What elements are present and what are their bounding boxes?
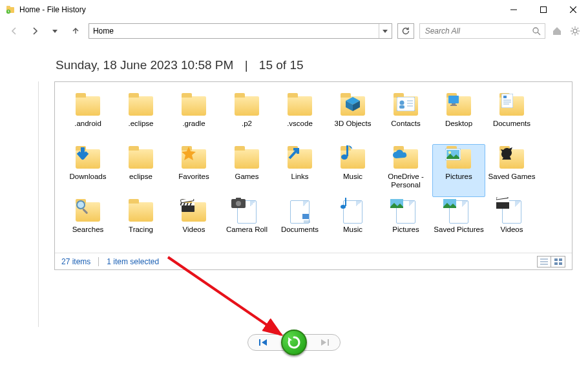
search-box[interactable]	[419, 23, 546, 39]
file-item[interactable]: Documents	[273, 197, 326, 250]
folder-icon	[180, 147, 207, 171]
svg-rect-31	[503, 96, 507, 98]
item-label: Favorites	[178, 173, 209, 181]
item-label: 3D Objects	[335, 120, 372, 128]
recent-locations-button[interactable]	[47, 23, 63, 39]
item-label: Music	[343, 173, 362, 181]
folder-item[interactable]: Downloads	[61, 144, 114, 197]
svg-point-40	[77, 201, 85, 209]
item-label: Videos	[183, 225, 205, 234]
folder-item[interactable]: Desktop	[432, 91, 485, 144]
details-view-button[interactable]	[537, 256, 551, 267]
folder-item[interactable]: Links	[273, 144, 326, 197]
folder-item[interactable]: Contacts	[379, 91, 432, 144]
forward-button[interactable]	[27, 23, 43, 39]
folder-item[interactable]: Documents	[485, 91, 538, 144]
close-button[interactable]	[558, 0, 588, 19]
skip-back-icon	[258, 338, 268, 347]
folder-icon	[127, 94, 154, 118]
folder-item[interactable]: Tracing	[114, 197, 167, 250]
folder-icon	[286, 94, 313, 118]
svg-rect-60	[496, 200, 509, 202]
folder-item[interactable]: .android	[61, 91, 114, 144]
file-icon	[233, 200, 260, 224]
file-icon	[392, 200, 419, 224]
folder-icon	[74, 147, 101, 171]
folder-item[interactable]: Favorites	[167, 144, 220, 197]
svg-rect-21	[397, 97, 415, 111]
item-label: Documents	[281, 225, 319, 234]
minimize-button[interactable]	[499, 0, 529, 19]
folder-icon	[392, 94, 419, 118]
maximize-button[interactable]	[529, 0, 558, 19]
folder-icon	[286, 147, 313, 171]
icons-view-button[interactable]	[551, 256, 565, 267]
refresh-button[interactable]	[397, 23, 414, 39]
folder-icon	[180, 94, 207, 118]
folder-item[interactable]: Saved Games	[485, 144, 538, 197]
file-item[interactable]: Pictures	[379, 197, 432, 250]
next-version-button[interactable]	[303, 334, 341, 351]
item-label: Pictures	[445, 173, 472, 181]
svg-rect-56	[345, 198, 346, 206]
svg-rect-67	[554, 262, 558, 265]
file-icon	[498, 200, 525, 224]
folder-item[interactable]: .vscode	[273, 91, 326, 144]
item-label: OneDrive - Personal	[380, 173, 432, 189]
folder-item[interactable]: .eclipse	[114, 91, 167, 144]
previous-version-button[interactable]	[247, 334, 285, 351]
folder-icon	[339, 147, 366, 171]
item-label: Videos	[501, 225, 523, 234]
svg-rect-29	[450, 105, 457, 106]
item-label: Contacts	[391, 120, 420, 128]
address-bar[interactable]	[89, 23, 392, 39]
restore-button[interactable]	[281, 330, 307, 355]
chevron-down-icon	[52, 30, 58, 33]
item-label: eclipse	[129, 173, 152, 181]
file-icon	[339, 200, 366, 224]
gear-icon[interactable]	[569, 25, 582, 37]
item-label: Camera Roll	[226, 225, 268, 234]
svg-rect-4	[541, 6, 547, 12]
items-grid: .android.eclipse.gradle.p2.vscode3D Obje…	[55, 82, 572, 269]
folder-item[interactable]: eclipse	[114, 144, 167, 197]
up-button[interactable]	[68, 23, 83, 39]
folder-item[interactable]: .p2	[220, 91, 273, 144]
window-title: Home - File History	[19, 5, 499, 14]
item-label: Links	[291, 173, 309, 181]
svg-line-17	[578, 28, 578, 28]
folder-item[interactable]: Searches	[61, 197, 114, 250]
svg-point-7	[533, 28, 538, 33]
folder-item[interactable]: Games	[220, 144, 273, 197]
svg-line-14	[572, 28, 572, 28]
folder-item[interactable]: Videos	[167, 197, 220, 250]
folder-item[interactable]: 3D Objects	[326, 91, 379, 144]
folder-icon	[127, 147, 154, 171]
file-icon	[286, 200, 313, 224]
svg-line-8	[538, 32, 540, 35]
file-item[interactable]: Music	[326, 197, 379, 250]
item-label: Downloads	[70, 173, 107, 181]
back-button[interactable]	[6, 23, 22, 39]
item-label: Music	[343, 225, 362, 234]
search-input[interactable]	[420, 26, 529, 36]
file-item[interactable]: Videos	[485, 197, 538, 250]
file-item[interactable]: Camera Roll	[220, 197, 273, 250]
version-position: 15 of 15	[259, 58, 304, 72]
item-label: .android	[74, 120, 101, 128]
folder-item[interactable]: Pictures	[432, 144, 485, 197]
folder-icon	[127, 200, 154, 224]
svg-rect-70	[328, 339, 329, 346]
address-input[interactable]	[89, 24, 379, 38]
file-item[interactable]: Saved Pictures	[432, 197, 485, 250]
status-bar: 27 items 1 item selected	[55, 253, 572, 269]
folder-item[interactable]: OneDrive - Personal	[379, 144, 432, 197]
folder-icon	[445, 94, 472, 118]
address-dropdown-button[interactable]	[379, 24, 392, 38]
main-area: Sunday, 18 June 2023 10:58 PM | 15 of 15…	[39, 43, 588, 367]
folder-item[interactable]: .gradle	[167, 91, 220, 144]
svg-rect-48	[180, 199, 194, 203]
folder-item[interactable]: Music	[326, 144, 379, 197]
home-icon[interactable]	[551, 25, 563, 37]
svg-rect-23	[399, 105, 404, 109]
